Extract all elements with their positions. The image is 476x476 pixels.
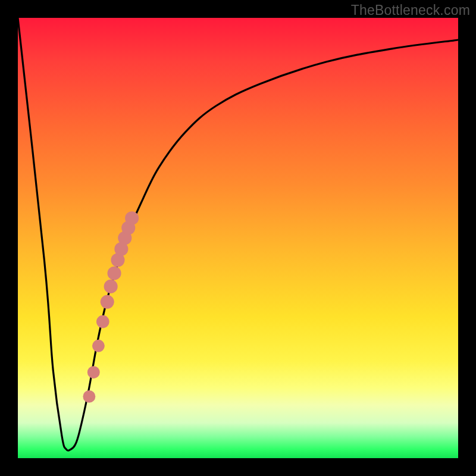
watermark-text: TheBottleneck.com	[351, 2, 470, 18]
highlight-dot	[101, 295, 114, 309]
chart-frame: TheBottleneck.com	[0, 0, 476, 476]
highlight-dot	[108, 267, 121, 280]
highlight-dot	[125, 211, 139, 225]
highlight-dot	[104, 280, 118, 293]
highlight-dot	[87, 366, 100, 378]
highlight-dot	[83, 390, 95, 403]
highlight-dots-group	[83, 211, 139, 403]
highlight-dot	[96, 315, 109, 328]
bottleneck-curve-path	[18, 18, 458, 450]
chart-svg	[18, 18, 458, 458]
highlight-dot	[92, 340, 105, 352]
plot-area	[18, 18, 458, 458]
